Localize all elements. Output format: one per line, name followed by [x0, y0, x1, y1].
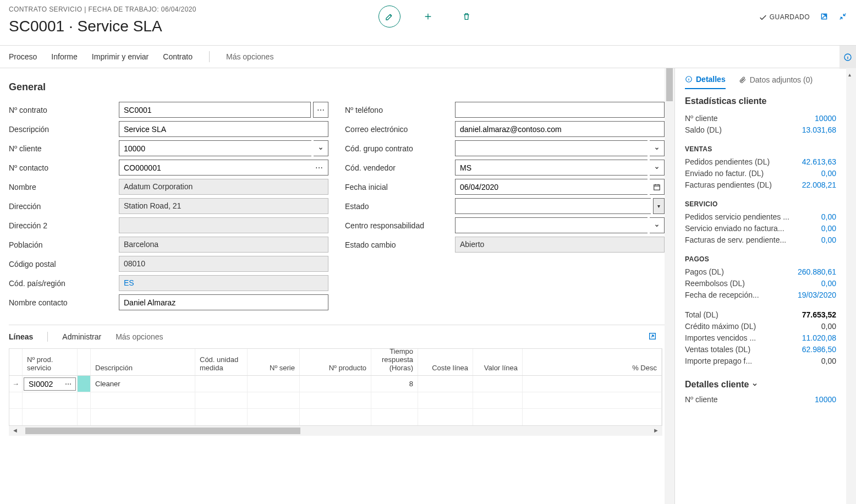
action-more-options[interactable]: Más opciones — [226, 52, 273, 61]
cell-coste[interactable] — [418, 376, 473, 392]
fb-vencidos[interactable]: 11.020,08 — [802, 333, 836, 342]
new-button[interactable] — [417, 6, 439, 28]
fb-fecha-recep[interactable]: 19/03/2020 — [798, 291, 836, 299]
cell-descuento[interactable] — [523, 376, 662, 392]
dropdown-grupo[interactable] — [650, 140, 665, 156]
field-cod-pais[interactable]: ES — [119, 275, 328, 291]
col-no-serie[interactable]: Nº serie — [248, 349, 300, 375]
fb-tab-detalles[interactable]: Detalles — [685, 75, 726, 89]
action-proceso[interactable]: Proceso — [9, 52, 37, 61]
lines-popout-icon[interactable] — [648, 332, 657, 342]
calendar-icon[interactable] — [650, 179, 665, 195]
tab-lines-more[interactable]: Más opciones — [116, 332, 163, 341]
fb-saldo[interactable]: 13.031,68 — [802, 125, 836, 134]
field-codigo-postal: 08010 — [119, 256, 328, 272]
input-descripcion[interactable] — [119, 121, 328, 137]
input-nombre-contacto[interactable] — [119, 294, 328, 310]
col-no-producto[interactable]: Nº producto — [300, 349, 371, 375]
fb-ventas-heading: VENTAS — [685, 145, 836, 153]
tab-administrar[interactable]: Administrar — [62, 332, 101, 341]
cell-descripcion[interactable]: Cleaner — [91, 376, 195, 392]
popout-icon[interactable] — [820, 12, 828, 23]
dropdown-centro[interactable] — [650, 217, 665, 233]
label-centro: Centro responsabilidad — [345, 221, 426, 230]
input-vendedor[interactable] — [455, 160, 648, 176]
fb-detalles-cliente[interactable]: Detalles cliente — [685, 380, 836, 390]
info-button[interactable] — [839, 46, 856, 69]
fb-reembolsos[interactable]: 0,00 — [821, 279, 836, 288]
field-nombre: Adatum Corporation — [119, 179, 328, 195]
label-codigo-postal: Código postal — [9, 260, 58, 269]
fb-serv-env[interactable]: 0,00 — [821, 224, 836, 233]
label-telefono: Nº teléfono — [345, 106, 385, 114]
action-contrato[interactable]: Contrato — [163, 52, 193, 61]
grid-scrollbar[interactable]: ◄ ► — [9, 426, 662, 436]
factbox-scrollbar[interactable]: ▴ — [846, 68, 856, 504]
fb-enviado[interactable]: 0,00 — [821, 169, 836, 178]
row-selector[interactable] — [78, 376, 91, 392]
breadcrumb: CONTRATO SERVICIO | FECHA DE TRABAJO: 06… — [9, 6, 196, 13]
page-title: SC0001 · Service SLA — [9, 18, 162, 35]
label-correo: Correo electrónico — [345, 125, 410, 134]
cell-tiempo[interactable]: 8 — [371, 376, 418, 392]
dropdown-no-cliente[interactable] — [314, 140, 328, 156]
fb-tab-adjuntos[interactable]: Datos adjuntos (0) — [739, 75, 813, 89]
select-estado-icon[interactable]: ▾ — [653, 198, 665, 214]
field-direccion2 — [119, 217, 328, 233]
table-row[interactable]: → ⋯ Cleaner 8 — [9, 376, 662, 392]
col-descuento[interactable]: % Desc — [523, 349, 662, 375]
action-informe[interactable]: Informe — [51, 52, 77, 61]
label-vendedor: Cód. vendedor — [345, 163, 398, 172]
tab-lineas[interactable]: Líneas — [9, 332, 33, 341]
cell-valor[interactable] — [473, 376, 523, 392]
label-cod-pais: Cód. país/región — [9, 279, 68, 288]
main-scrollbar[interactable] — [665, 68, 674, 504]
fb-prepago: 0,00 — [821, 357, 836, 365]
input-fecha[interactable] — [455, 179, 648, 195]
input-telefono[interactable] — [455, 102, 665, 118]
edit-button[interactable] — [378, 6, 400, 28]
delete-button[interactable] — [456, 6, 478, 28]
fb-ventas-tot[interactable]: 62.986,50 — [802, 345, 836, 354]
input-grupo[interactable] — [455, 140, 648, 156]
col-tiempo[interactable]: Tiempo respuesta (Horas) — [371, 349, 418, 375]
fb-pedidos-pend[interactable]: 42.613,63 — [802, 157, 836, 166]
col-descripcion[interactable]: Descripción — [91, 349, 195, 375]
dropdown-vendedor[interactable] — [650, 160, 665, 176]
action-imprimir[interactable]: Imprimir y enviar — [92, 52, 149, 61]
fb-pagos[interactable]: 260.880,61 — [798, 267, 836, 276]
fb-no-cliente-2[interactable]: 10000 — [815, 395, 836, 404]
ellipsis-no-contrato[interactable]: ⋯ — [313, 102, 328, 118]
collapse-icon[interactable] — [838, 12, 847, 23]
input-estado[interactable] — [455, 198, 651, 214]
separator — [209, 51, 210, 62]
input-centro[interactable] — [455, 217, 648, 233]
cell-no-producto[interactable] — [300, 376, 371, 392]
col-cod-unidad[interactable]: Cód. unidad medida — [195, 349, 248, 375]
fb-credito: 0,00 — [821, 322, 836, 331]
col-coste[interactable]: Coste línea — [418, 349, 473, 375]
label-poblacion: Población — [9, 240, 45, 249]
label-estado-cambio: Estado cambio — [345, 240, 398, 249]
label-no-contacto: Nº contacto — [9, 163, 51, 172]
table-row-empty[interactable] — [9, 409, 662, 425]
section-general: General — [9, 81, 665, 93]
label-fecha: Fecha inicial — [345, 183, 390, 191]
label-estado: Estado — [345, 202, 371, 211]
fb-total: 77.653,52 — [802, 310, 836, 319]
cell-cod-unidad[interactable] — [195, 376, 248, 392]
fb-facturas-pend[interactable]: 22.008,21 — [802, 180, 836, 189]
input-no-cliente[interactable] — [119, 140, 311, 156]
label-grupo: Cód. grupo contrato — [345, 144, 415, 153]
input-no-contrato[interactable] — [119, 102, 311, 118]
fb-ped-serv[interactable]: 0,00 — [821, 212, 836, 221]
fb-no-cliente[interactable]: 10000 — [815, 114, 836, 123]
lines-grid[interactable]: Nº prod. servicio Descripción Cód. unida… — [9, 348, 662, 426]
col-no-prod[interactable]: Nº prod. servicio — [23, 349, 78, 375]
input-no-contacto[interactable] — [119, 160, 328, 176]
input-correo[interactable] — [455, 121, 665, 137]
col-valor[interactable]: Valor línea — [473, 349, 523, 375]
table-row-empty[interactable] — [9, 392, 662, 409]
cell-no-serie[interactable] — [248, 376, 300, 392]
fb-fact-serv[interactable]: 0,00 — [821, 235, 836, 244]
